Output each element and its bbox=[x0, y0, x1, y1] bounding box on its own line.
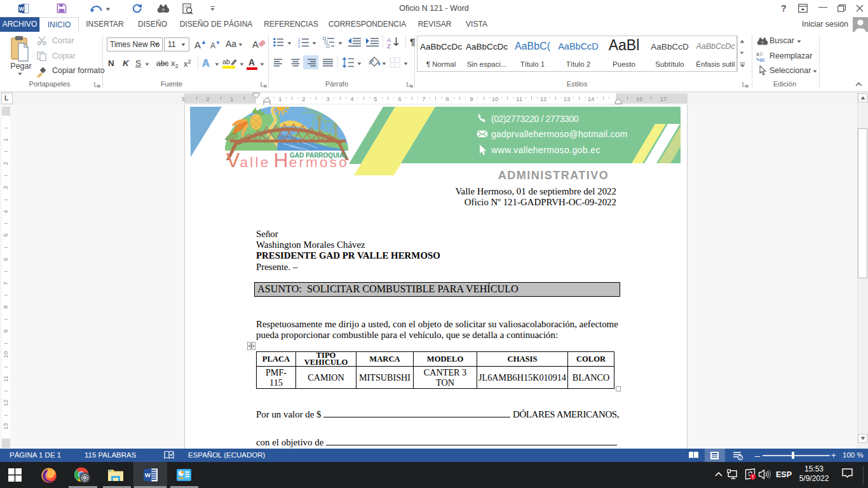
svg-text:gadprvallehermoso@hotmail.com: gadprvallehermoso@hotmail.com bbox=[491, 129, 628, 139]
svg-text:3: 3 bbox=[298, 44, 300, 48]
svg-text:A: A bbox=[252, 39, 259, 50]
svg-text:Z: Z bbox=[387, 43, 391, 49]
svg-text:ac: ac bbox=[759, 57, 766, 62]
svg-text:ab: ab bbox=[222, 58, 230, 65]
svg-text:GAD PARROQUIAL: GAD PARROQUIAL bbox=[290, 152, 348, 159]
svg-text:W: W bbox=[145, 471, 151, 478]
svg-text:www.vallehermoso.gob.ec: www.vallehermoso.gob.ec bbox=[491, 145, 600, 155]
svg-text:(02)2773220 / 2773300: (02)2773220 / 2773300 bbox=[491, 114, 579, 124]
